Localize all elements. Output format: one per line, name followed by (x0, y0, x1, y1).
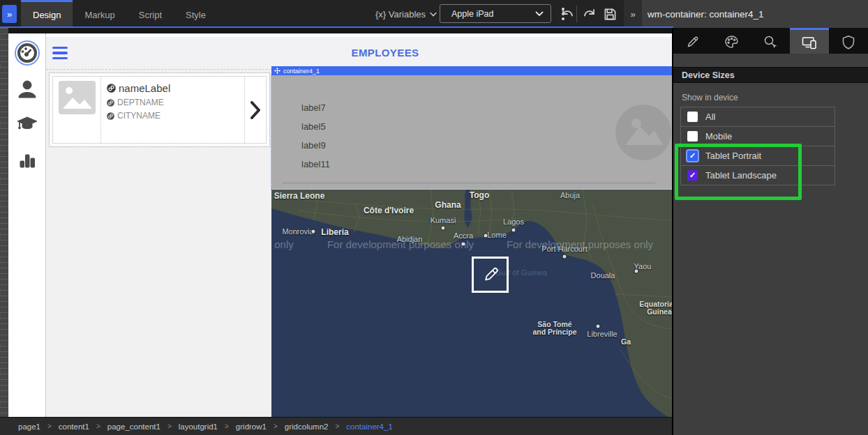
breadcrumb-page-content1[interactable]: page_content1 (107, 422, 160, 431)
devices-icon (802, 35, 817, 49)
person-icon[interactable] (16, 78, 38, 100)
list-image-cell[interactable] (53, 77, 101, 143)
map-label-city: Lome (487, 231, 507, 239)
name-label[interactable]: nameLabel (119, 82, 170, 94)
google-map-widget[interactable]: Sierra LeoneCôte d'IvoireGhanaTogoLiberi… (271, 190, 672, 417)
chevron-down-icon (535, 11, 544, 17)
section-device-sizes: Device Sizes (673, 67, 868, 83)
map-label-city: Lagos (503, 218, 524, 226)
list-labels-cell: nameLabel DEPTNAME (101, 77, 244, 143)
list-divider (283, 183, 655, 183)
list-item[interactable]: nameLabel DEPTNAME (52, 76, 267, 144)
chevron-right-icon (250, 101, 261, 119)
ruler-label: 350 (0, 231, 1, 240)
container4_1[interactable]: label7 label5 label9 label11 (271, 75, 672, 189)
redo-button[interactable] (581, 5, 597, 23)
map-edit-button[interactable] (472, 257, 509, 293)
option-label: Tablet Landscape (705, 170, 777, 181)
list-chevron-cell (244, 77, 266, 143)
map-marker (511, 228, 516, 233)
picture-placeholder-icon (615, 105, 671, 160)
device-options-list: All Mobile ✓ Tablet Portrait ✓ Tablet La… (680, 107, 835, 185)
breadcrumb-gridrow1[interactable]: gridrow1 (236, 422, 267, 431)
selected-widget-tag[interactable]: container4_1 (271, 66, 672, 75)
undo-button[interactable] (560, 5, 576, 23)
design-workspace: 050100150200250300350400450500550600650 (0, 28, 672, 435)
tab-style[interactable]: Style (174, 0, 218, 28)
option-all[interactable]: All (681, 107, 835, 127)
grid-column-1[interactable]: nameLabel DEPTNAME (46, 70, 271, 417)
panel-tab-strip (673, 28, 868, 54)
label9[interactable]: label9 (301, 140, 326, 151)
properties-panel: Device Sizes Show in device All Mobile ✓… (673, 28, 868, 435)
dept-label[interactable]: DEPTNAME (117, 98, 164, 107)
redo-icon (582, 8, 596, 20)
map-label-city: Abuja (560, 191, 580, 199)
editor-mode-tabs: Design Markup Script Style (21, 0, 218, 28)
page-title: EMPLOYEES (352, 47, 419, 59)
collapse-left-panel-button[interactable]: » (2, 5, 17, 23)
tab-security[interactable] (829, 28, 868, 54)
gauge-icon[interactable] (16, 42, 38, 64)
ruler-label: 500 (0, 315, 1, 323)
ruler-label: 0 (0, 36, 1, 39)
option-label: All (705, 112, 715, 122)
undo-icon (561, 8, 575, 20)
city-label-widget[interactable]: CITYNAME (107, 111, 244, 121)
ruler-label: 200 (0, 148, 1, 156)
checkbox-tablet-portrait[interactable]: ✓ (687, 151, 698, 161)
breadcrumb-page1[interactable]: page1 (18, 422, 40, 431)
label5[interactable]: label5 (301, 121, 326, 132)
name-label-widget[interactable]: nameLabel (107, 82, 244, 94)
graduation-cap-icon[interactable] (16, 113, 38, 135)
expand-panel-button[interactable]: » (624, 0, 642, 28)
label11[interactable]: label11 (301, 159, 330, 169)
toolbar-divider (576, 6, 577, 22)
map-label-watermark: For development purposes only (327, 238, 474, 250)
show-in-device-label: Show in device (682, 93, 738, 102)
map-marker (311, 229, 316, 234)
tab-markup[interactable]: Markup (73, 0, 126, 28)
map-label-city: Libreville (587, 330, 617, 338)
selected-widget-name: container4_1 (283, 68, 320, 75)
breadcrumb-gridcolumn2[interactable]: gridcolumn2 (285, 422, 329, 431)
app-page-header[interactable]: EMPLOYEES (46, 37, 672, 70)
bar-chart-icon[interactable] (16, 149, 38, 171)
variables-menu[interactable]: {x} Variables (375, 0, 437, 28)
shield-icon (841, 35, 855, 49)
checkbox-all[interactable] (687, 112, 698, 122)
tab-properties[interactable] (673, 28, 712, 54)
layout-grid: nameLabel DEPTNAME (46, 70, 672, 417)
topbar-accent-line (0, 26, 673, 28)
hamburger-menu-icon[interactable] (52, 46, 68, 60)
tab-events[interactable] (751, 28, 791, 54)
tab-styles[interactable] (712, 28, 751, 54)
tab-script[interactable]: Script (127, 0, 174, 28)
option-tablet-portrait[interactable]: ✓ Tablet Portrait (681, 146, 835, 166)
tab-design[interactable]: Design (21, 0, 73, 28)
grid-column-2[interactable]: container4_1 label7 label5 label9 label1… (271, 70, 672, 417)
map-label-country-sm: Guinea (647, 307, 672, 316)
option-mobile[interactable]: Mobile (681, 127, 835, 146)
chevron-down-icon (430, 12, 437, 17)
ruler-label: 100 (0, 92, 1, 100)
checkbox-mobile[interactable] (687, 131, 698, 142)
city-label[interactable]: CITYNAME (117, 111, 160, 121)
checkbox-tablet-landscape[interactable]: ✓ (687, 170, 698, 181)
map-label-country-sm: Ga (621, 337, 631, 346)
save-button[interactable] (601, 5, 618, 23)
tab-devices[interactable] (790, 28, 829, 54)
map-label-country: Côte d'Ivoire (364, 206, 414, 215)
design-canvas[interactable]: EMPLOYEES (8, 33, 672, 417)
move-icon (274, 68, 280, 74)
breadcrumb-container4_1[interactable]: container4_1 (346, 422, 393, 431)
label7[interactable]: label7 (301, 102, 326, 113)
breadcrumb-layoutgrid1[interactable]: layoutgrid1 (179, 422, 218, 431)
map-label-watermark: For development purposes only (507, 238, 653, 250)
option-tablet-landscape[interactable]: ✓ Tablet Landscape (681, 166, 835, 185)
employee-list-widget[interactable]: nameLabel DEPTNAME (49, 72, 270, 147)
breadcrumb-content1[interactable]: content1 (59, 422, 89, 431)
device-preview-select[interactable]: Apple iPad (440, 4, 551, 23)
top-toolbar: » Design Markup Script Style {x} Variabl… (0, 0, 868, 28)
dept-label-widget[interactable]: DEPTNAME (107, 98, 244, 107)
